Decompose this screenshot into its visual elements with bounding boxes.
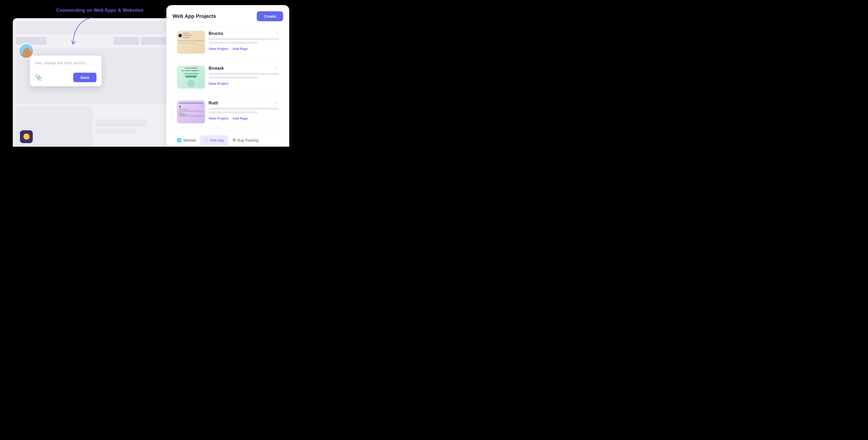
project-info-brutask: Brutask ··· View Project <box>209 65 279 86</box>
browser-bottom: 🟡 <box>16 106 184 147</box>
comment-section: Hey, change this hero section... 📎 Save <box>16 48 184 104</box>
browser-window: Hey, change this hero section... 📎 Save … <box>13 18 187 147</box>
browser-area: Commenting on Web Apps & Websites <box>13 8 187 147</box>
project-name-brucira: Brucira <box>209 31 223 36</box>
arrow-decoration <box>69 15 97 49</box>
project-card-ruttl: ol for all types One to of feedback Rutt… <box>173 96 283 128</box>
browser-nav <box>16 36 184 46</box>
bottom-line-1 <box>95 119 147 126</box>
browser-top-bar <box>16 21 184 34</box>
brutask-more-button[interactable]: ··· <box>275 65 279 71</box>
ruttl-view-project[interactable]: View Project <box>209 117 228 120</box>
project-line-1 <box>209 38 279 40</box>
project-actions-brutask: View Project <box>209 82 279 86</box>
brutask-view-project[interactable]: View Project <box>209 82 228 86</box>
ruttl-more-button[interactable]: ··· <box>275 100 279 106</box>
comment-placeholder-text: Hey, change this hero section... <box>35 61 96 65</box>
brucira-add-page[interactable]: Add Page <box>232 47 248 51</box>
bottom-line-2 <box>95 128 136 134</box>
project-info-ruttl: Ruttl ··· View Project Add Page <box>209 100 279 120</box>
layout-icon: ⬚ <box>204 138 208 143</box>
comment-actions: 📎 Save <box>35 73 96 82</box>
project-card-brucira: We buildproducts thatusers love Brucira … <box>173 26 283 58</box>
brucira-more-button[interactable]: ··· <box>275 31 279 36</box>
attach-icon[interactable]: 📎 <box>35 74 42 81</box>
project-actions-ruttl: View Project Add Page <box>209 117 279 120</box>
tab-website-label: Website <box>183 138 196 142</box>
project-header-brutask: Brutask ··· <box>209 65 279 71</box>
create-button[interactable]: Create <box>257 11 283 21</box>
bottom-left-block: 🟡 <box>16 106 93 147</box>
brutask-line-2 <box>209 76 258 78</box>
project-name-brutask: Brutask <box>209 66 224 71</box>
ruttl-plugin-icon: 🟡 <box>20 130 33 143</box>
ruttl-add-page[interactable]: Add Page <box>232 117 248 120</box>
nav-left-block <box>16 37 46 45</box>
ruttl-line-1 <box>209 108 279 110</box>
bottom-tabs: 🌐 Website ⬚ Web App ⚙ Bug Tracking <box>173 131 283 145</box>
project-header-ruttl: Ruttl ··· <box>209 100 279 106</box>
page-title: Commenting on Web Apps & Websites <box>13 8 187 13</box>
project-name-ruttl: Ruttl <box>209 101 218 105</box>
project-header-brucira: Brucira ··· <box>209 31 279 36</box>
comment-popup: Hey, change this hero section... 📎 Save <box>30 56 102 86</box>
brucira-view-project[interactable]: View Project <box>209 47 228 51</box>
project-thumb-ruttl: ol for all types One to of feedback <box>177 100 205 123</box>
panel-header: Web App Projects Create <box>173 11 283 21</box>
main-container: Commenting on Web Apps & Websites <box>0 0 289 147</box>
panel-title: Web App Projects <box>173 13 216 19</box>
tab-website[interactable]: 🌐 Website <box>173 135 200 145</box>
ruttl-line-2 <box>209 111 258 114</box>
project-thumb-brutask: virtual meetingsare human! Making m... <box>177 65 205 89</box>
save-button[interactable]: Save <box>73 73 96 82</box>
tab-bugtracking-label: Bug Tracking <box>238 138 258 142</box>
project-thumb-brucira: We buildproducts thatusers love <box>177 31 205 54</box>
tab-bugtracking[interactable]: ⚙ Bug Tracking <box>228 135 262 145</box>
tab-webapp[interactable]: ⬚ Web App <box>200 135 228 145</box>
project-actions-brucira: View Project Add Page <box>209 47 279 51</box>
project-card-brutask: virtual meetingsare human! Making m... B… <box>173 61 283 93</box>
project-info-brucira: Brucira ··· View Project Add Page <box>209 31 279 51</box>
project-line-2 <box>209 42 258 44</box>
right-panel: Web App Projects Create We buildproducts… <box>166 5 289 147</box>
brutask-line-1 <box>209 73 279 75</box>
globe-icon: 🌐 <box>177 138 182 143</box>
tab-webapp-label: Web App <box>210 138 224 142</box>
bug-icon: ⚙ <box>232 138 236 143</box>
nav-btn-1 <box>114 37 139 45</box>
